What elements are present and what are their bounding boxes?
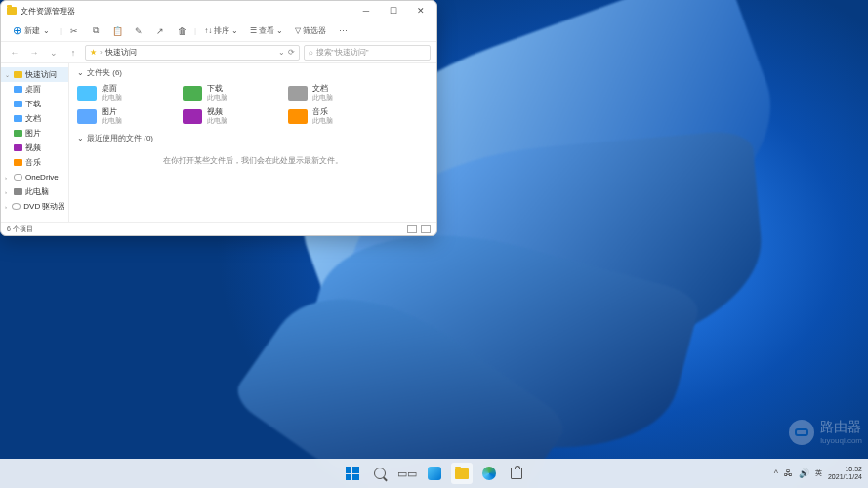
folder-item-5[interactable]: 音乐此电脑 — [288, 105, 386, 127]
sidebar-item-label: 快速访问 — [25, 69, 57, 80]
sidebar-item-5[interactable]: 视频 — [1, 141, 68, 155]
folder-location: 此电脑 — [312, 117, 333, 125]
more-button[interactable]: ⋯ — [334, 22, 351, 40]
address-dropdown[interactable]: ⌄ — [278, 48, 285, 57]
folder-location: 此电脑 — [207, 94, 227, 102]
search-input[interactable]: ⌕ 搜索"快速访问" — [304, 45, 431, 61]
view-button[interactable]: ☰ 查看 ⌄ — [246, 23, 287, 38]
plus-icon: ⊕ — [13, 24, 21, 37]
store-taskbar-button[interactable] — [506, 463, 527, 484]
new-button[interactable]: ⊕ 新建 ⌄ — [7, 22, 56, 39]
star-icon — [14, 71, 22, 78]
titlebar[interactable]: 文件资源管理器 ─ ☐ ✕ — [1, 1, 436, 20]
chevron-down-icon: ⌄ — [77, 134, 84, 142]
copy-button[interactable]: ⧉ — [87, 22, 104, 40]
maximize-button[interactable]: ☐ — [380, 1, 407, 20]
sidebar-item-label: 视频 — [25, 142, 41, 153]
ime-indicator[interactable]: 英 — [815, 468, 822, 478]
content-pane: ⌄ 文件夹 (6) 桌面此电脑下载此电脑文档此电脑图片此电脑视频此电脑音乐此电脑… — [69, 63, 436, 222]
folder-location: 此电脑 — [312, 94, 333, 102]
sidebar-item-9[interactable]: ›DVD 驱动器 (D:) — [1, 199, 68, 214]
widgets-button[interactable] — [424, 463, 445, 484]
folder-icon — [7, 7, 17, 15]
folder-item-3[interactable]: 图片此电脑 — [77, 105, 175, 127]
sort-icon: ↑↓ — [204, 26, 212, 35]
search-taskbar-button[interactable] — [369, 463, 391, 484]
folder-item-0[interactable]: 桌面此电脑 — [77, 82, 175, 103]
folder-icon — [288, 109, 308, 124]
task-view-button[interactable]: ▭▭ — [396, 463, 418, 484]
folder-location: 此电脑 — [207, 117, 227, 125]
forward-button[interactable]: → — [26, 45, 42, 61]
folder-icon — [183, 86, 202, 101]
folder-icon — [77, 109, 97, 124]
chevron-down-icon: ⌄ — [43, 26, 50, 35]
file-explorer-window: 文件资源管理器 ─ ☐ ✕ ⊕ 新建 ⌄ | ✂ ⧉ 📋 ✎ ↗ 🗑 | ↑↓ … — [0, 0, 437, 236]
paste-button[interactable]: 📋 — [108, 22, 126, 40]
tray-overflow-button[interactable]: ^ — [774, 468, 778, 478]
address-bar[interactable]: ★ › 快速访问 ⌄ ⟳ — [85, 45, 300, 61]
up-button[interactable]: ↑ — [65, 45, 81, 61]
sidebar-item-2[interactable]: 下载 — [1, 97, 68, 111]
share-button[interactable]: ↗ — [151, 22, 169, 40]
details-view-button[interactable] — [407, 225, 417, 233]
folder-icon — [77, 86, 97, 101]
pc-icon — [14, 188, 22, 195]
folder-name: 桌面 — [102, 85, 122, 94]
clock[interactable]: 10:52 2021/11/24 — [828, 466, 862, 480]
star-icon: ★ — [90, 48, 97, 57]
status-bar: 6 个项目 — [1, 222, 436, 235]
sort-button[interactable]: ↑↓ 排序 ⌄ — [200, 23, 242, 38]
start-button[interactable] — [342, 463, 363, 484]
watermark: 路由器 luyouqi.com — [789, 419, 862, 445]
recent-section-header[interactable]: ⌄ 最近使用的文件 (0) — [77, 133, 429, 143]
sidebar-item-8[interactable]: ›此电脑 — [1, 184, 68, 199]
sidebar-item-label: 桌面 — [25, 84, 41, 95]
sidebar-item-7[interactable]: ›OneDrive — [1, 170, 68, 184]
folder-name: 下载 — [207, 85, 227, 94]
sidebar-item-3[interactable]: 文档 — [1, 111, 68, 126]
rename-button[interactable]: ✎ — [130, 22, 147, 40]
icons-view-button[interactable] — [421, 225, 431, 233]
taskbar: ▭▭ ^ 🖧 🔊 英 10:52 2021/11/24 — [0, 459, 868, 488]
sidebar-item-1[interactable]: 桌面 — [1, 82, 68, 97]
folder-icon — [183, 109, 202, 124]
folder-icon — [288, 86, 308, 101]
folder-name: 图片 — [102, 108, 122, 117]
back-button[interactable]: ← — [7, 45, 22, 61]
sidebar-item-label: 此电脑 — [25, 186, 49, 197]
breadcrumb[interactable]: 快速访问 — [105, 47, 137, 58]
close-button[interactable]: ✕ — [407, 1, 434, 20]
watermark-logo — [789, 420, 814, 445]
nav-bar: ← → ⌄ ↑ ★ › 快速访问 ⌄ ⟳ ⌕ 搜索"快速访问" — [1, 42, 436, 63]
chevron-icon: › — [5, 175, 11, 181]
chevron-down-icon: ⌄ — [77, 68, 84, 77]
folder-item-1[interactable]: 下载此电脑 — [183, 82, 280, 103]
folder-item-2[interactable]: 文档此电脑 — [288, 82, 386, 103]
network-icon[interactable]: 🖧 — [784, 468, 793, 478]
folder-name: 视频 — [207, 108, 227, 117]
orange-icon — [14, 159, 22, 166]
edge-taskbar-button[interactable] — [478, 463, 500, 484]
chevron-icon: ⌄ — [5, 71, 11, 78]
cut-button[interactable]: ✂ — [65, 22, 83, 40]
sidebar-item-label: 音乐 — [25, 157, 41, 168]
folders-section-header[interactable]: ⌄ 文件夹 (6) — [77, 67, 429, 78]
folder-name: 文档 — [312, 85, 333, 94]
refresh-button[interactable]: ⟳ — [288, 48, 295, 57]
sidebar-item-label: 文档 — [25, 113, 41, 124]
view-icon: ☰ — [250, 26, 257, 35]
sidebar-item-6[interactable]: 音乐 — [1, 155, 68, 170]
disc-icon — [12, 203, 21, 210]
delete-button[interactable]: 🗑 — [173, 22, 190, 40]
sidebar-item-0[interactable]: ⌄快速访问 — [1, 67, 68, 82]
volume-icon[interactable]: 🔊 — [799, 468, 809, 478]
filter-button[interactable]: ▽ 筛选器 — [291, 23, 330, 38]
purple-icon — [14, 144, 22, 151]
folder-item-4[interactable]: 视频此电脑 — [183, 105, 280, 127]
nav-chevron-down[interactable]: ⌄ — [46, 45, 62, 61]
file-explorer-taskbar-button[interactable] — [451, 463, 473, 484]
blue-icon — [14, 115, 22, 122]
minimize-button[interactable]: ─ — [352, 1, 380, 20]
sidebar-item-4[interactable]: 图片 — [1, 126, 68, 141]
